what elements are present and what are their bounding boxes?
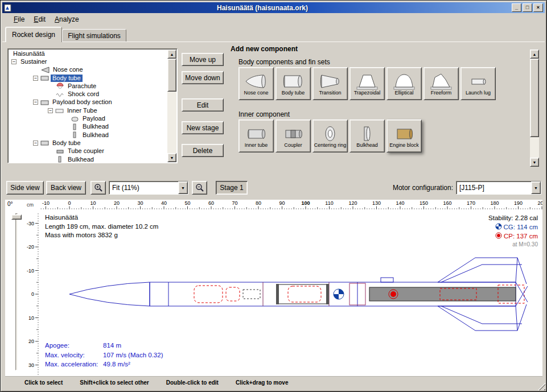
svg-text:0: 0 [68,200,71,206]
scrollbar-thumb[interactable] [530,59,539,137]
tree-item-bulkhead[interactable]: Bulkhead [8,131,177,139]
engine-block-icon [393,125,416,143]
back-view-button[interactable]: Back view [46,181,86,195]
svg-text:50: 50 [184,200,190,206]
tree-item-bulkhead[interactable]: Bulkhead [8,155,177,163]
move-down-button[interactable]: Move down [182,71,224,84]
svg-text:80: 80 [256,200,261,206]
svg-text:-20: -20 [27,244,34,250]
max-velocity-value: 107 m/s (Mach 0.32) [103,350,163,360]
tab-flight-simulations[interactable]: Flight simulations [62,29,126,42]
tree-collapse-toggle[interactable]: − [33,76,38,81]
scrollbar-thumb[interactable] [167,59,176,92]
add-coupler-button[interactable]: Coupler [275,119,311,152]
motor-configuration-value: [J115-P] [459,184,484,192]
delete-button[interactable]: Delete [182,144,224,157]
scroll-down-icon[interactable]: ▼ [530,158,539,167]
rocket-canvas[interactable]: Haisunäätä Length 189 cm, max. diameter … [39,210,542,376]
tab-panel-border [2,42,545,42]
rotation-slider-handle[interactable] [11,214,22,220]
menu-analyze[interactable]: Analyze [50,14,84,24]
nose-cone-outline [69,282,150,306]
svg-text:30: 30 [137,200,143,206]
chevron-down-icon[interactable]: ▼ [531,181,541,194]
add-trapezoidal-fin-button[interactable]: Trapezoidal [349,67,385,100]
app-icon[interactable] [4,4,12,12]
rocket-name: Haisunäätä [45,213,158,222]
add-engine-block-button[interactable]: Engine block [386,119,422,152]
add-centering-ring-button[interactable]: Centering ring [312,119,348,152]
tab-rocket-design[interactable]: Rocket design [5,27,62,42]
svg-text:140: 140 [396,200,404,206]
add-nose-cone-button[interactable]: Nose cone [238,67,274,100]
bulkhead-icon [356,125,379,143]
scroll-down-icon[interactable]: ▼ [167,153,176,162]
side-view-button[interactable]: Side view [6,181,44,195]
tree-item-sustainer[interactable]: − Sustainer [8,57,177,65]
menu-file[interactable]: File [9,14,29,24]
add-body-tube-button[interactable]: Body tube [275,67,311,100]
stage-1-toggle[interactable]: Stage 1 [216,181,248,195]
add-inner-tube-button[interactable]: Inner tube [238,119,274,152]
launch-lug-outline [381,278,393,282]
add-component-scrollbar[interactable]: ▲ ▼ [530,49,539,167]
cp-icon [495,232,502,239]
new-stage-button[interactable]: New stage [182,121,224,134]
rotation-slider-track[interactable] [15,213,18,370]
hint-shift-click: Shift+click to select other [80,379,149,386]
add-bulkhead-button[interactable]: Bulkhead [349,119,385,152]
tree-item-tube-coupler[interactable]: Tube coupler [8,147,177,155]
scroll-up-icon[interactable]: ▲ [167,49,176,59]
cg-marker [334,289,344,299]
zoom-out-icon [195,183,204,192]
tree-item-payload[interactable]: Payload [8,114,177,122]
zoom-level-select[interactable]: Fit (11%) ▼ [109,181,188,195]
tree-collapse-toggle[interactable]: − [33,100,38,105]
trapezoidal-fin-icon [356,73,379,90]
motor-configuration-label: Motor configuration: [319,184,453,192]
bulkhead-marker [276,284,279,304]
scroll-up-icon[interactable]: ▲ [530,49,539,59]
tree-item-parachute[interactable]: Parachute [8,82,177,90]
chevron-down-icon[interactable]: ▼ [178,181,188,194]
rocket-mass: Mass with motors 3832 g [45,231,158,240]
tree-item-body-tube-2[interactable]: − Body tube [8,139,177,147]
motor-configuration-select[interactable]: [J115-P] ▼ [456,181,541,195]
title-bar[interactable]: Haisunäätä (haisunaata.ork) _ □ × [2,2,545,13]
menu-edit[interactable]: Edit [29,14,50,24]
nose-cone-icon [41,67,50,73]
svg-text:100: 100 [301,200,310,206]
minimize-icon[interactable]: _ [512,3,521,12]
add-launch-lug-button[interactable]: Launch lug [460,67,496,100]
coupler-icon [56,148,64,155]
tree-item-body-tube[interactable]: − Body tube [8,74,177,82]
shock-cord-icon [56,91,64,98]
application-window: Haisunäätä (haisunaata.ork) _ □ × File E… [0,0,547,392]
tree-item-nose-cone[interactable]: Nose cone [8,66,177,74]
centering-ring-icon [319,125,342,143]
add-freeform-fin-button[interactable]: Freeform [423,67,459,100]
tree-item-inner-tube[interactable]: − Inner Tube [8,106,177,114]
bulkhead-icon [71,131,79,138]
tree-item-root[interactable]: Haisunäätä [8,49,177,57]
tree-collapse-toggle[interactable]: − [48,108,53,113]
add-elliptical-fin-button[interactable]: Elliptical [386,67,422,100]
maximize-icon[interactable]: □ [523,3,532,12]
zoom-in-button[interactable] [91,181,106,195]
bulkhead-icon [71,123,79,130]
svg-text:-10: -10 [27,268,34,274]
tree-scrollbar[interactable]: ▲ ▼ [167,49,176,162]
add-transition-button[interactable]: Transition [312,67,348,100]
launch-lug-icon [467,73,490,90]
tree-item-bulkhead[interactable]: Bulkhead [8,123,177,131]
hint-drag: Click+drag to move [236,379,289,386]
zoom-out-button[interactable] [192,181,207,195]
tree-collapse-toggle[interactable]: − [33,141,38,146]
tree-item-payload-body-section[interactable]: − Payload body section [8,98,177,106]
stability-value: Stability: 2.28 cal [488,213,538,222]
close-icon[interactable]: × [533,3,543,12]
move-up-button[interactable]: Move up [182,53,224,66]
edit-button[interactable]: Edit [182,98,224,112]
tree-item-shock-cord[interactable]: Shock cord [8,90,177,98]
tree-collapse-toggle[interactable]: − [11,59,17,64]
